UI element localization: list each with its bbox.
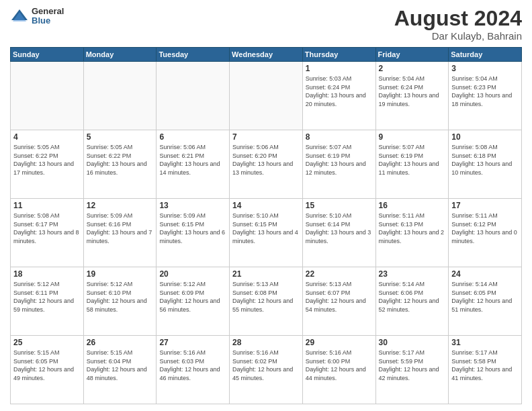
- day-info: Sunrise: 5:14 AMSunset: 6:05 PMDaylight:…: [451, 280, 519, 314]
- logo-blue-text: Blue: [32, 16, 64, 26]
- day-number: 29: [306, 338, 373, 347]
- day-number: 25: [13, 338, 81, 347]
- calendar-week-row: 4Sunrise: 5:05 AMSunset: 6:22 PMDaylight…: [11, 130, 522, 199]
- day-number: 1: [306, 64, 373, 73]
- calendar-day-cell: 14Sunrise: 5:10 AMSunset: 6:15 PMDayligh…: [230, 199, 303, 267]
- day-info: Sunrise: 5:16 AMSunset: 6:02 PMDaylight:…: [232, 349, 300, 382]
- header: General Blue August 2024 Dar Kulayb, Bah…: [10, 7, 522, 42]
- day-number: 6: [159, 132, 226, 142]
- day-number: 12: [87, 201, 154, 210]
- day-number: 14: [232, 201, 300, 210]
- calendar-day-cell: 23Sunrise: 5:14 AMSunset: 6:06 PMDayligh…: [375, 267, 449, 336]
- day-number: 19: [87, 269, 154, 279]
- day-number: 27: [159, 338, 226, 347]
- day-info: Sunrise: 5:04 AMSunset: 6:24 PMDaylight:…: [379, 75, 446, 108]
- logo-icon: [10, 7, 29, 26]
- day-number: 9: [379, 132, 446, 142]
- calendar-day-cell: 19Sunrise: 5:12 AMSunset: 6:10 PMDayligh…: [83, 267, 157, 336]
- day-number: 15: [306, 201, 373, 210]
- calendar-day-cell: 16Sunrise: 5:11 AMSunset: 6:13 PMDayligh…: [375, 199, 449, 267]
- calendar-day-cell: 24Sunrise: 5:14 AMSunset: 6:05 PMDayligh…: [449, 267, 522, 336]
- calendar-day-cell: 1Sunrise: 5:03 AMSunset: 6:24 PMDaylight…: [302, 62, 375, 130]
- day-info: Sunrise: 5:15 AMSunset: 6:05 PMDaylight:…: [13, 349, 81, 382]
- day-info: Sunrise: 5:05 AMSunset: 6:22 PMDaylight:…: [87, 143, 154, 177]
- day-info: Sunrise: 5:12 AMSunset: 6:09 PMDaylight:…: [159, 280, 226, 314]
- day-info: Sunrise: 5:11 AMSunset: 6:12 PMDaylight:…: [451, 212, 519, 245]
- day-number: 5: [87, 132, 154, 142]
- calendar-day-cell: [157, 62, 230, 130]
- day-number: 23: [379, 269, 446, 279]
- day-of-week-header: Sunday: [11, 48, 84, 62]
- location: Dar Kulayb, Bahrain: [394, 30, 522, 42]
- day-of-week-header: Wednesday: [230, 48, 303, 62]
- calendar-week-row: 25Sunrise: 5:15 AMSunset: 6:05 PMDayligh…: [11, 336, 522, 404]
- day-info: Sunrise: 5:09 AMSunset: 6:16 PMDaylight:…: [87, 212, 154, 245]
- calendar-day-cell: 15Sunrise: 5:10 AMSunset: 6:14 PMDayligh…: [302, 199, 375, 267]
- calendar-day-cell: 4Sunrise: 5:05 AMSunset: 6:22 PMDaylight…: [11, 130, 84, 199]
- day-number: 3: [451, 64, 519, 73]
- day-number: 31: [451, 338, 519, 347]
- calendar-day-cell: 6Sunrise: 5:06 AMSunset: 6:21 PMDaylight…: [157, 130, 230, 199]
- day-of-week-header: Friday: [375, 48, 449, 62]
- logo: General Blue: [10, 7, 64, 26]
- day-info: Sunrise: 5:13 AMSunset: 6:07 PMDaylight:…: [306, 280, 373, 314]
- calendar-day-cell: 13Sunrise: 5:09 AMSunset: 6:15 PMDayligh…: [157, 199, 230, 267]
- day-number: 16: [379, 201, 446, 210]
- day-of-week-header: Tuesday: [157, 48, 230, 62]
- calendar-day-cell: 2Sunrise: 5:04 AMSunset: 6:24 PMDaylight…: [375, 62, 449, 130]
- day-number: 7: [232, 132, 300, 142]
- day-info: Sunrise: 5:04 AMSunset: 6:23 PMDaylight:…: [451, 75, 519, 108]
- day-info: Sunrise: 5:07 AMSunset: 6:19 PMDaylight:…: [306, 143, 373, 177]
- day-info: Sunrise: 5:15 AMSunset: 6:04 PMDaylight:…: [87, 349, 154, 382]
- day-info: Sunrise: 5:14 AMSunset: 6:06 PMDaylight:…: [379, 280, 446, 314]
- day-number: 17: [451, 201, 519, 210]
- day-number: 22: [306, 269, 373, 279]
- page: General Blue August 2024 Dar Kulayb, Bah…: [0, 0, 532, 411]
- calendar-week-row: 11Sunrise: 5:08 AMSunset: 6:17 PMDayligh…: [11, 199, 522, 267]
- month-year: August 2024: [394, 7, 522, 30]
- calendar-day-cell: 21Sunrise: 5:13 AMSunset: 6:08 PMDayligh…: [230, 267, 303, 336]
- calendar-day-cell: 11Sunrise: 5:08 AMSunset: 6:17 PMDayligh…: [11, 199, 84, 267]
- logo-text: General Blue: [32, 7, 64, 26]
- day-info: Sunrise: 5:10 AMSunset: 6:15 PMDaylight:…: [232, 212, 300, 245]
- day-info: Sunrise: 5:13 AMSunset: 6:08 PMDaylight:…: [232, 280, 300, 314]
- calendar-day-cell: 3Sunrise: 5:04 AMSunset: 6:23 PMDaylight…: [449, 62, 522, 130]
- calendar-day-cell: 7Sunrise: 5:06 AMSunset: 6:20 PMDaylight…: [230, 130, 303, 199]
- day-number: 13: [159, 201, 226, 210]
- day-number: 21: [232, 269, 300, 279]
- calendar-week-row: 1Sunrise: 5:03 AMSunset: 6:24 PMDaylight…: [11, 62, 522, 130]
- calendar-day-cell: 5Sunrise: 5:05 AMSunset: 6:22 PMDaylight…: [83, 130, 157, 199]
- day-number: 10: [451, 132, 519, 142]
- day-info: Sunrise: 5:12 AMSunset: 6:11 PMDaylight:…: [13, 280, 81, 314]
- day-number: 8: [306, 132, 373, 142]
- day-info: Sunrise: 5:06 AMSunset: 6:20 PMDaylight:…: [232, 143, 300, 177]
- day-number: 26: [87, 338, 154, 347]
- calendar-day-cell: 18Sunrise: 5:12 AMSunset: 6:11 PMDayligh…: [11, 267, 84, 336]
- day-info: Sunrise: 5:03 AMSunset: 6:24 PMDaylight:…: [306, 75, 373, 108]
- day-info: Sunrise: 5:17 AMSunset: 5:59 PMDaylight:…: [379, 349, 446, 382]
- day-number: 18: [13, 269, 81, 279]
- calendar-day-cell: 30Sunrise: 5:17 AMSunset: 5:59 PMDayligh…: [375, 336, 449, 404]
- day-info: Sunrise: 5:11 AMSunset: 6:13 PMDaylight:…: [379, 212, 446, 245]
- day-info: Sunrise: 5:09 AMSunset: 6:15 PMDaylight:…: [159, 212, 226, 245]
- calendar-day-cell: 27Sunrise: 5:16 AMSunset: 6:03 PMDayligh…: [157, 336, 230, 404]
- calendar-day-cell: 22Sunrise: 5:13 AMSunset: 6:07 PMDayligh…: [302, 267, 375, 336]
- day-info: Sunrise: 5:12 AMSunset: 6:10 PMDaylight:…: [87, 280, 154, 314]
- calendar-day-cell: [11, 62, 84, 130]
- calendar-header-row: SundayMondayTuesdayWednesdayThursdayFrid…: [11, 48, 522, 62]
- day-info: Sunrise: 5:07 AMSunset: 6:19 PMDaylight:…: [379, 143, 446, 177]
- calendar-day-cell: 25Sunrise: 5:15 AMSunset: 6:05 PMDayligh…: [11, 336, 84, 404]
- day-info: Sunrise: 5:16 AMSunset: 6:03 PMDaylight:…: [159, 349, 226, 382]
- day-info: Sunrise: 5:06 AMSunset: 6:21 PMDaylight:…: [159, 143, 226, 177]
- calendar-day-cell: 20Sunrise: 5:12 AMSunset: 6:09 PMDayligh…: [157, 267, 230, 336]
- calendar-day-cell: 26Sunrise: 5:15 AMSunset: 6:04 PMDayligh…: [83, 336, 157, 404]
- day-info: Sunrise: 5:08 AMSunset: 6:17 PMDaylight:…: [13, 212, 81, 245]
- calendar-day-cell: 28Sunrise: 5:16 AMSunset: 6:02 PMDayligh…: [230, 336, 303, 404]
- day-info: Sunrise: 5:08 AMSunset: 6:18 PMDaylight:…: [451, 143, 519, 177]
- calendar-day-cell: 12Sunrise: 5:09 AMSunset: 6:16 PMDayligh…: [83, 199, 157, 267]
- calendar-day-cell: 17Sunrise: 5:11 AMSunset: 6:12 PMDayligh…: [449, 199, 522, 267]
- calendar-day-cell: 8Sunrise: 5:07 AMSunset: 6:19 PMDaylight…: [302, 130, 375, 199]
- calendar-day-cell: 31Sunrise: 5:17 AMSunset: 5:58 PMDayligh…: [449, 336, 522, 404]
- day-number: 24: [451, 269, 519, 279]
- calendar-day-cell: [230, 62, 303, 130]
